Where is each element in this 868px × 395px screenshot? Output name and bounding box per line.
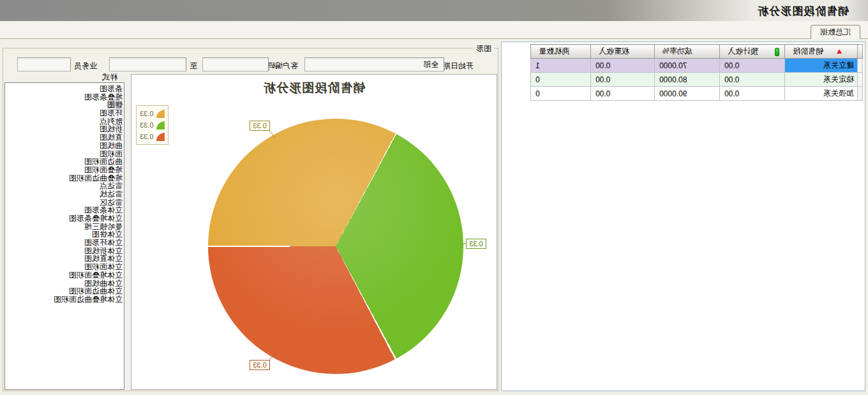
start-date-label: 开始日期 [443, 61, 474, 71]
tab-strip [0, 21, 868, 39]
customer-code-to-input[interactable] [109, 57, 186, 71]
table-cell[interactable]: 稳定关系 [785, 73, 858, 87]
pie-value-label: 0.33 [250, 360, 270, 370]
legend-swatch-icon [156, 121, 165, 130]
customer-code-label: 客户编码 [267, 61, 298, 71]
header-corner [858, 45, 863, 59]
table-cell[interactable]: 0.00 [720, 73, 785, 87]
table-cell[interactable]: 0.00 [591, 59, 655, 73]
row-indicator[interactable] [858, 59, 863, 73]
salesperson-input[interactable] [17, 57, 71, 71]
legend-swatch-icon [156, 133, 165, 141]
customer-code-input[interactable] [202, 57, 269, 71]
sort-ascending-icon [837, 49, 842, 54]
salesperson-label: 业务员 [74, 61, 97, 71]
table-cell[interactable]: 70.0000 [655, 59, 720, 73]
style-list-item[interactable]: 堆叠条形图 [6, 93, 123, 101]
row-indicator[interactable] [858, 73, 863, 87]
chart-title: 销售阶段图形分析 [131, 80, 497, 96]
table-cell[interactable]: 0.00 [720, 87, 785, 101]
pie-value-label: 0.33 [250, 121, 270, 131]
column-header-opportunity-count[interactable]: 商机数量 [531, 45, 591, 59]
table-cell[interactable]: 建立关系 [785, 59, 858, 73]
table-cell[interactable]: 加强关系 [785, 87, 858, 101]
style-list-label: 样式 [102, 72, 117, 83]
groupbox-label: 图形 [474, 43, 494, 54]
tab-summary-data[interactable]: 汇总数据 [811, 25, 860, 39]
column-header-expected-income[interactable]: 预计收入 [720, 45, 785, 59]
legend-swatch-icon [156, 110, 165, 118]
title-bar: 销售阶段图形分析 [0, 0, 868, 21]
chart-area: 销售阶段图形分析 0.330.330.33 0.33 0.33 0.33 [131, 74, 497, 390]
to-label: 至 [190, 61, 197, 71]
table-cell[interactable]: 1 [531, 59, 591, 73]
legend-entry: 0.33 [140, 108, 165, 119]
column-header-stage[interactable]: 销售阶段 [785, 45, 858, 59]
page-title: 销售阶段图形分析 [757, 4, 849, 19]
style-list-item[interactable]: 立体堆叠曲边面积图 [6, 295, 123, 304]
table-cell[interactable]: 0 [531, 73, 591, 87]
app-window: 销售阶段图形分析 汇总数据 销售阶段 预计收入 [0, 0, 868, 395]
legend-entry: 0.33 [140, 119, 165, 131]
table-body: 建立关系0.0070.00000.001稳定关系0.0080.00000.000… [531, 59, 863, 101]
pie-chart[interactable] [208, 119, 463, 374]
table-cell[interactable]: 90.0000 [655, 87, 720, 101]
style-list[interactable]: 条形图堆叠条形图饼图环形图散列点折线图直线图曲线图面积图曲边面积图堆叠面积图堆叠… [4, 82, 124, 390]
summary-table: 销售阶段 预计收入 成功率% 权重收入 商机数量 [530, 44, 863, 101]
table-cell[interactable]: 0.00 [591, 73, 655, 87]
filter-indicator-icon [775, 48, 779, 56]
table-cell[interactable]: 80.0000 [655, 73, 720, 87]
table-header-row: 销售阶段 预计收入 成功率% 权重收入 商机数量 [531, 45, 863, 59]
table-row: 稳定关系0.0080.00000.000 [531, 73, 863, 87]
table-row: 建立关系0.0070.00000.001 [531, 59, 863, 73]
row-indicator[interactable] [858, 87, 863, 101]
summary-grid-panel: 销售阶段 预计收入 成功率% 权重收入 商机数量 [501, 41, 865, 391]
legend-entry: 0.33 [140, 131, 165, 142]
start-date-input[interactable] [304, 57, 444, 71]
table-cell[interactable]: 0.00 [591, 87, 655, 101]
table-cell[interactable]: 0.00 [720, 59, 785, 73]
pie-value-label: 0.33 [466, 239, 486, 249]
column-header-weighted-income[interactable]: 权重收入 [591, 45, 655, 59]
column-header-success-rate[interactable]: 成功率% [655, 45, 720, 59]
graph-groupbox: 图形 开始日期 客户编码 至 业务员 样式 条形图堆叠条形图饼图环形图散列点折线… [3, 48, 498, 391]
table-cell[interactable]: 0 [531, 87, 591, 101]
chart-legend: 0.330.330.33 [136, 105, 168, 145]
table-row: 加强关系0.0090.00000.000 [531, 87, 863, 101]
